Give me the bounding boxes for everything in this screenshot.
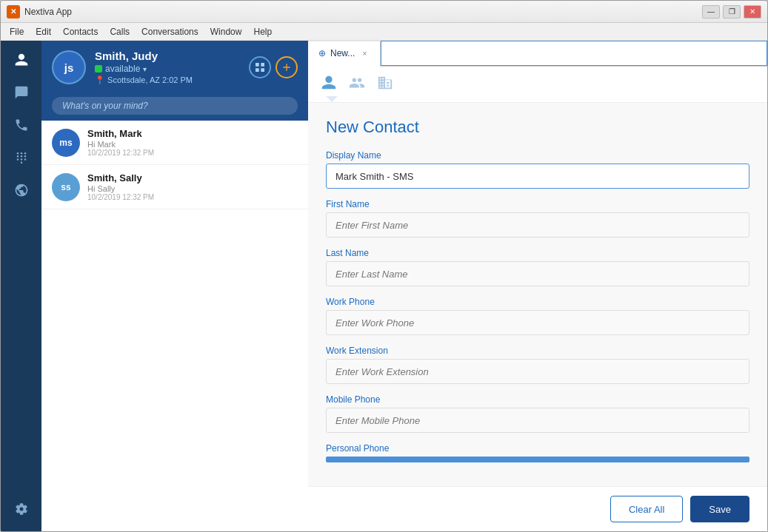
contact-preview-mark: Hi Mark (87, 140, 298, 149)
contact-details-mark: Smith, Mark Hi Mark 10/2/2019 12:32 PM (87, 128, 298, 157)
tab-new-icon: ⊕ (318, 48, 326, 58)
grid-view-button[interactable] (249, 56, 271, 78)
contact-time-mark: 10/2/2019 12:32 PM (87, 149, 298, 157)
right-panel: ⊕ New... × (308, 41, 767, 531)
form-footer: Clear All Save (308, 486, 767, 531)
contact-avatar-ss: ss (52, 173, 80, 201)
form-container: New Contact Display Name First Name Last… (308, 103, 767, 531)
work-phone-label: Work Phone (326, 297, 749, 307)
status-input[interactable]: What's on your mind? (52, 97, 298, 115)
tab-arrow (326, 96, 338, 102)
sidebar-icon-settings[interactable] (8, 496, 35, 522)
sidebar-icon-globe[interactable] (8, 177, 35, 203)
left-panel: js Smith, Judy available ▾ 📍 Scottsdale,… (41, 41, 308, 531)
profile-actions (249, 56, 298, 78)
mobile-phone-label: Mobile Phone (326, 394, 749, 405)
minimize-button[interactable]: — (702, 5, 720, 18)
svg-point-0 (16, 152, 19, 155)
first-name-input[interactable] (326, 212, 749, 238)
add-button[interactable] (276, 56, 298, 78)
first-name-label: First Name (326, 199, 749, 209)
display-name-group: Display Name (326, 150, 749, 189)
contact-item-mark[interactable]: ms Smith, Mark Hi Mark 10/2/2019 12:32 P… (41, 121, 308, 165)
display-name-label: Display Name (326, 150, 749, 161)
svg-point-7 (20, 158, 22, 161)
mobile-phone-group: Mobile Phone (326, 394, 749, 433)
sidebar-icon-contacts[interactable] (8, 47, 35, 73)
location-pin-icon: 📍 (95, 75, 105, 84)
personal-phone-bar (326, 457, 749, 462)
sidebar-bottom (8, 496, 35, 522)
window-controls: — ❐ ✕ (702, 5, 761, 18)
svg-point-3 (16, 155, 19, 158)
contact-name-mark: Smith, Mark (87, 128, 298, 139)
title-bar-left: ✕ Nextiva App (7, 5, 72, 18)
work-extension-label: Work Extension (326, 346, 749, 356)
close-button[interactable]: ✕ (744, 5, 761, 18)
last-name-input[interactable] (326, 261, 749, 286)
menu-window[interactable]: Window (204, 25, 248, 38)
work-extension-input[interactable] (326, 359, 749, 384)
title-bar: ✕ Nextiva App — ❐ ✕ (1, 1, 767, 23)
work-extension-group: Work Extension (326, 346, 749, 384)
window-title: Nextiva App (24, 7, 72, 17)
menu-help[interactable]: Help (247, 25, 278, 38)
contact-avatar-ms: ms (52, 129, 80, 157)
last-name-label: Last Name (326, 248, 749, 258)
avatar: js (52, 50, 86, 84)
first-name-group: First Name (326, 199, 749, 238)
menu-edit[interactable]: Edit (30, 25, 57, 38)
last-name-group: Last Name (326, 248, 749, 286)
company-contact-icon[interactable] (375, 73, 395, 93)
display-name-input[interactable] (326, 164, 749, 189)
sidebar-icon-messages[interactable] (8, 79, 35, 106)
contact-type-row (308, 67, 767, 103)
contact-item-sally[interactable]: ss Smith, Sally Hi Sally 10/2/2019 12:32… (41, 165, 308, 209)
tab-close-button[interactable]: × (359, 48, 370, 58)
restore-button[interactable]: ❐ (723, 5, 741, 18)
contact-preview-sally: Hi Sally (87, 184, 298, 193)
menu-bar: File Edit Contacts Calls Conversations W… (1, 23, 767, 41)
svg-point-8 (24, 158, 26, 161)
status-bar: What's on your mind? (41, 94, 308, 121)
svg-point-9 (20, 161, 22, 164)
profile-name: Smith, Judy (95, 50, 240, 62)
sidebar-icon-dialpad[interactable] (8, 144, 35, 171)
personal-phone-label: Personal Phone (326, 443, 749, 454)
svg-point-5 (24, 155, 26, 158)
status-indicator (95, 65, 102, 73)
contact-name-sally: Smith, Sally (87, 172, 298, 183)
form-title: New Contact (326, 118, 749, 137)
profile-location: 📍 Scottsdale, AZ 2:02 PM (95, 75, 240, 85)
svg-point-1 (20, 152, 22, 155)
contact-time-sally: 10/2/2019 12:32 PM (87, 193, 298, 201)
clear-all-button[interactable]: Clear All (610, 496, 683, 522)
form-area: New Contact Display Name First Name Last… (308, 103, 767, 531)
svg-point-2 (24, 152, 26, 155)
menu-contacts[interactable]: Contacts (57, 25, 104, 38)
sidebar-icon-calls[interactable] (8, 112, 35, 138)
menu-conversations[interactable]: Conversations (136, 25, 204, 38)
contact-details-sally: Smith, Sally Hi Sally 10/2/2019 12:32 PM (87, 172, 298, 201)
icon-sidebar (1, 41, 41, 531)
status-text: available (105, 64, 140, 74)
profile-header: js Smith, Judy available ▾ 📍 Scottsdale,… (41, 41, 308, 94)
app-logo: ✕ (7, 5, 20, 18)
save-button[interactable]: Save (690, 496, 749, 522)
profile-info: Smith, Judy available ▾ 📍 Scottsdale, AZ… (95, 50, 240, 85)
personal-phone-group: Personal Phone (326, 443, 749, 462)
single-contact-icon[interactable] (318, 73, 339, 93)
profile-status[interactable]: available ▾ (95, 64, 240, 74)
tab-label: New... (330, 48, 355, 58)
mobile-phone-input[interactable] (326, 408, 749, 433)
svg-point-4 (20, 155, 22, 158)
new-contact-tab[interactable]: ⊕ New... × (308, 41, 381, 67)
tab-search-input[interactable] (381, 41, 767, 66)
contact-list: ms Smith, Mark Hi Mark 10/2/2019 12:32 P… (41, 121, 308, 531)
work-phone-group: Work Phone (326, 297, 749, 335)
group-contact-icon[interactable] (347, 73, 367, 93)
menu-calls[interactable]: Calls (104, 25, 136, 38)
menu-file[interactable]: File (4, 25, 30, 38)
tab-bar: ⊕ New... × (308, 41, 767, 67)
work-phone-input[interactable] (326, 310, 749, 335)
